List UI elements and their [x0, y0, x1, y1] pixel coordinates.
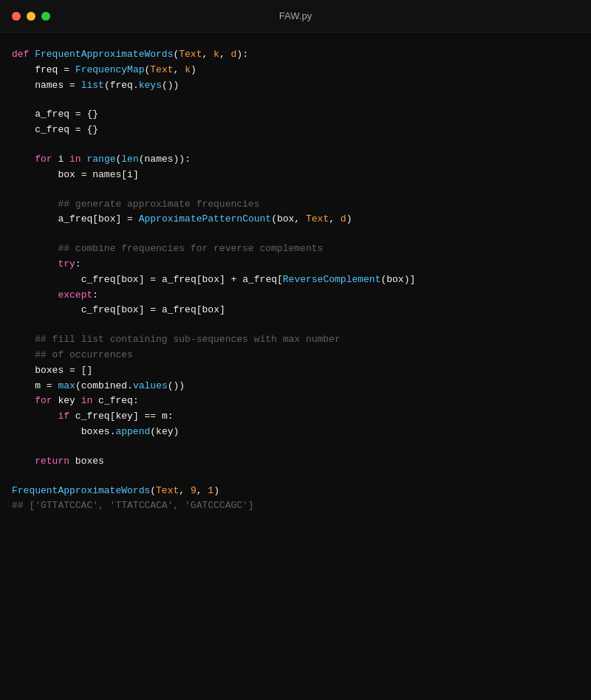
blank-line	[0, 440, 591, 454]
code-line: c_freq = {}	[0, 123, 591, 138]
code-line: boxes = []	[0, 363, 591, 379]
blank-line	[0, 93, 591, 107]
code-line: a_freq = {}	[0, 107, 591, 123]
code-line: ## generate approximate frequencies	[0, 197, 591, 213]
code-line: box = names[i]	[0, 168, 591, 183]
code-line: freq = FrequencyMap(Text, k)	[0, 63, 591, 78]
code-line: except:	[0, 288, 591, 303]
return-statement: return boxes	[0, 454, 591, 470]
close-button[interactable]	[12, 12, 21, 21]
window: FAW.py def FrequentApproximateWords(Text…	[0, 0, 591, 700]
code-line: FrequentApproximateWords(Text, 9, 1)	[0, 484, 591, 499]
code-line: def FrequentApproximateWords(Text, k, d)…	[0, 47, 591, 63]
code-line: for i in range(len(names)):	[0, 152, 591, 168]
code-line: boxes.append(key)	[0, 425, 591, 440]
blank-line	[0, 318, 591, 332]
code-line: ## of occurrences	[0, 348, 591, 363]
code-line: m = max(combined.values())	[0, 379, 591, 394]
code-line: a_freq[box] = ApproximatePatternCount(bo…	[0, 212, 591, 227]
blank-line	[0, 470, 591, 484]
window-title: FAW.py	[279, 10, 312, 21]
code-line: names = list(freq.keys())	[0, 78, 591, 94]
code-line: ## ['GTTATCCAC', 'TTATCCACA', 'GATCCCAGC…	[0, 498, 591, 514]
code-line: for key in c_freq:	[0, 394, 591, 409]
blank-line	[0, 138, 591, 152]
blank-line	[0, 183, 591, 197]
minimize-button[interactable]	[27, 12, 35, 21]
traffic-lights	[12, 12, 50, 21]
code-line: c_freq[box] = a_freq[box] + a_freq[Rever…	[0, 272, 591, 288]
code-line: ## combine frequencies for reverse compl…	[0, 241, 591, 257]
code-area: def FrequentApproximateWords(Text, k, d)…	[0, 32, 591, 529]
title-bar: FAW.py	[0, 0, 591, 32]
code-line: ## fill list containing sub-sequences wi…	[0, 332, 591, 348]
code-line: c_freq[box] = a_freq[box]	[0, 303, 591, 318]
blank-line	[0, 227, 591, 241]
code-line: try:	[0, 257, 591, 272]
maximize-button[interactable]	[41, 12, 50, 21]
code-line: if c_freq[key] == m:	[0, 409, 591, 425]
